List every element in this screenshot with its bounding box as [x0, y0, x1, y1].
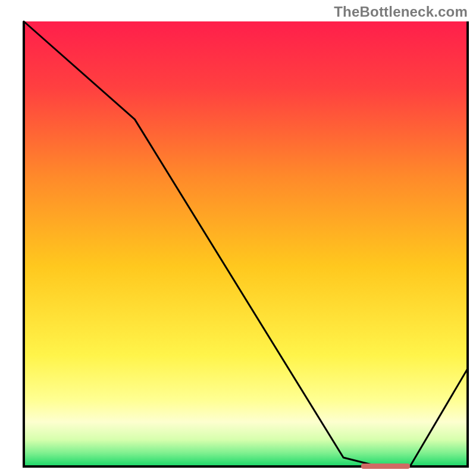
- optimal-range-marker: [361, 464, 410, 469]
- bottleneck-chart: [0, 0, 476, 476]
- chart-background: [24, 21, 468, 466]
